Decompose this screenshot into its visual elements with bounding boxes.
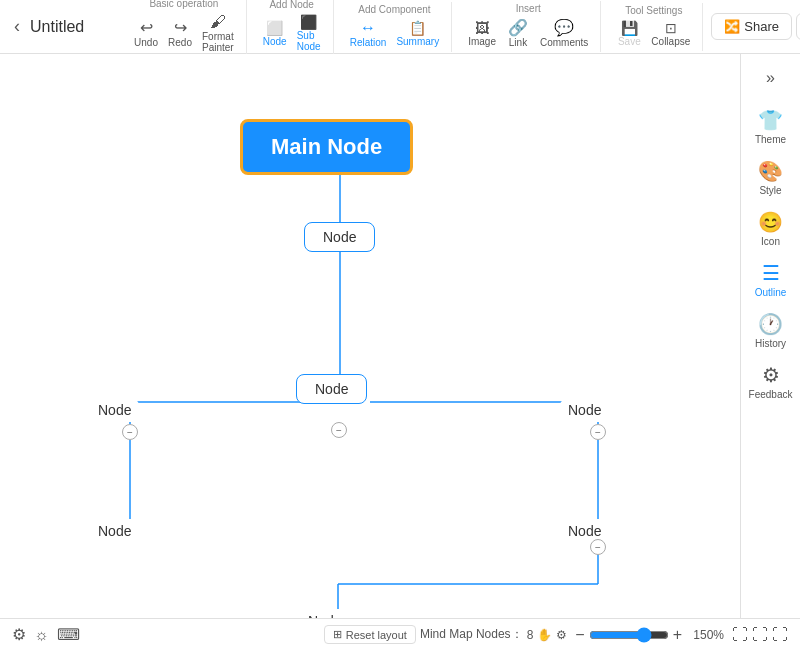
keyboard-icon[interactable]: ⌨: [57, 625, 80, 644]
sidebar-item-style[interactable]: 🎨 Style: [741, 155, 800, 200]
node-count-label: Mind Map Nodes：: [420, 626, 523, 643]
icon-label: Icon: [761, 236, 780, 247]
sidebar-item-history[interactable]: 🕐 History: [741, 308, 800, 353]
undo-icon: ↩: [140, 18, 153, 37]
summary-button[interactable]: 📋 Summary: [392, 18, 443, 49]
share-button[interactable]: 🔀 Share: [711, 13, 792, 40]
history-icon: 🕐: [758, 312, 783, 336]
redo-icon: ↪: [174, 18, 187, 37]
toolbar-group-tool-settings: Tool Settings 💾 Save ⊡ Collapse: [605, 3, 703, 51]
basic-operation-label: Basic operation: [149, 0, 218, 9]
add-node-items: ⬜ Node ⬛ Sub Node: [259, 12, 325, 54]
comments-icon: 💬: [554, 18, 574, 37]
node-label: Node: [263, 36, 287, 47]
sidebar-item-theme[interactable]: 👕 Theme: [741, 104, 800, 149]
reset-layout-button[interactable]: ⊞ Reset layout: [324, 625, 416, 644]
main-area: Main Node Node Node − Node − Node − Node: [0, 54, 800, 618]
collapse-n2[interactable]: −: [331, 422, 347, 438]
share-label: Share: [744, 19, 779, 34]
toolbar-group-insert: Insert 🖼 Image 🔗 Link 💬 Comments: [456, 1, 601, 52]
redo-button[interactable]: ↪ Redo: [164, 16, 196, 50]
collapse-n3[interactable]: −: [122, 424, 138, 440]
collapse-button[interactable]: ⊡ Collapse: [647, 18, 694, 49]
format-painter-button[interactable]: 🖌 Format Painter: [198, 11, 238, 55]
format-painter-label: Format Painter: [202, 31, 234, 53]
outline-icon: ☰: [762, 261, 780, 285]
collapse-n6[interactable]: −: [590, 539, 606, 555]
node-n3[interactable]: Node: [90, 398, 139, 422]
node-n5-label: Node: [98, 523, 131, 539]
add-component-items: ↔ Relation 📋 Summary: [346, 17, 444, 50]
right-sidebar: » 👕 Theme 🎨 Style 😊 Icon ☰ Outline 🕐 His…: [740, 54, 800, 618]
relation-icon: ↔: [360, 19, 376, 37]
toolbar-group-add-node: Add Node ⬜ Node ⬛ Sub Node: [251, 0, 334, 56]
tool-settings-label: Tool Settings: [625, 5, 682, 16]
comments-button[interactable]: 💬 Comments: [536, 16, 592, 50]
insert-items: 🖼 Image 🔗 Link 💬 Comments: [464, 16, 592, 50]
back-button[interactable]: ‹: [8, 12, 26, 41]
summary-icon: 📋: [409, 20, 426, 36]
zoom-in-button[interactable]: +: [673, 626, 682, 644]
toolbar-group-add-component: Add Component ↔ Relation 📋 Summary: [338, 2, 453, 52]
node-n2[interactable]: Node: [296, 374, 367, 404]
canvas[interactable]: Main Node Node Node − Node − Node − Node: [0, 54, 740, 618]
node-n7-label: Node: [308, 613, 341, 618]
document-title: Untitled: [30, 18, 110, 36]
fit-width-button[interactable]: ⛶: [732, 626, 748, 644]
zoom-controls: − + 150%: [575, 626, 724, 644]
theme-icon: 👕: [758, 108, 783, 132]
link-icon: 🔗: [508, 18, 528, 37]
feedback-icon: ⚙: [762, 363, 780, 387]
add-component-label: Add Component: [358, 4, 430, 15]
node-n4-label: Node: [568, 402, 601, 418]
node-n2-label: Node: [315, 381, 348, 397]
theme-label: Theme: [755, 134, 786, 145]
sidebar-collapse-button[interactable]: »: [755, 62, 787, 94]
style-icon: 🎨: [758, 159, 783, 183]
reset-layout-icon: ⊞: [333, 628, 342, 641]
node-n1[interactable]: Node: [304, 222, 375, 252]
sub-node-icon: ⬛: [300, 14, 317, 30]
settings-icon[interactable]: ⚙: [12, 625, 26, 644]
node-button[interactable]: ⬜ Node: [259, 18, 291, 49]
export-button[interactable]: 📤 Export: [796, 13, 800, 40]
zoom-out-button[interactable]: −: [575, 626, 584, 644]
node-n1-label: Node: [323, 229, 356, 245]
zoom-slider[interactable]: [589, 627, 669, 643]
summary-label: Summary: [396, 36, 439, 47]
undo-button[interactable]: ↩ Undo: [130, 16, 162, 50]
insert-label: Insert: [516, 3, 541, 14]
main-node-label: Main Node: [271, 134, 382, 159]
node-n6-label: Node: [568, 523, 601, 539]
outline-label: Outline: [755, 287, 787, 298]
bottom-info: ⊞ Reset layout Mind Map Nodes： 8 ✋ ⚙: [324, 625, 568, 644]
settings2-icon[interactable]: ⚙: [556, 628, 567, 642]
format-painter-icon: 🖌: [210, 13, 226, 31]
sun-icon[interactable]: ☼: [34, 626, 49, 644]
link-button[interactable]: 🔗 Link: [502, 16, 534, 50]
save-label: Save: [618, 36, 641, 47]
node-n3-label: Node: [98, 402, 131, 418]
collapse-n4[interactable]: −: [590, 424, 606, 440]
image-label: Image: [468, 36, 496, 47]
hand-icon[interactable]: ✋: [537, 628, 552, 642]
node-n7[interactable]: Node: [300, 609, 349, 618]
icon-icon: 😊: [758, 210, 783, 234]
relation-button[interactable]: ↔ Relation: [346, 17, 391, 50]
node-n4[interactable]: Node: [560, 398, 609, 422]
sidebar-item-outline[interactable]: ☰ Outline: [741, 257, 800, 302]
fullscreen-button[interactable]: ⛶: [772, 626, 788, 644]
main-node[interactable]: Main Node: [240, 119, 413, 175]
save-button[interactable]: 💾 Save: [613, 18, 645, 49]
share-icon: 🔀: [724, 19, 740, 34]
sidebar-item-feedback[interactable]: ⚙ Feedback: [741, 359, 800, 404]
undo-label: Undo: [134, 37, 158, 48]
sidebar-item-icon[interactable]: 😊 Icon: [741, 206, 800, 251]
fit-page-button[interactable]: ⛶: [752, 626, 768, 644]
image-button[interactable]: 🖼 Image: [464, 18, 500, 49]
sub-node-label: Sub Node: [297, 30, 321, 52]
relation-label: Relation: [350, 37, 387, 48]
collapse-icon: ⊡: [665, 20, 677, 36]
node-n5[interactable]: Node: [90, 519, 139, 543]
sub-node-button[interactable]: ⬛ Sub Node: [293, 12, 325, 54]
